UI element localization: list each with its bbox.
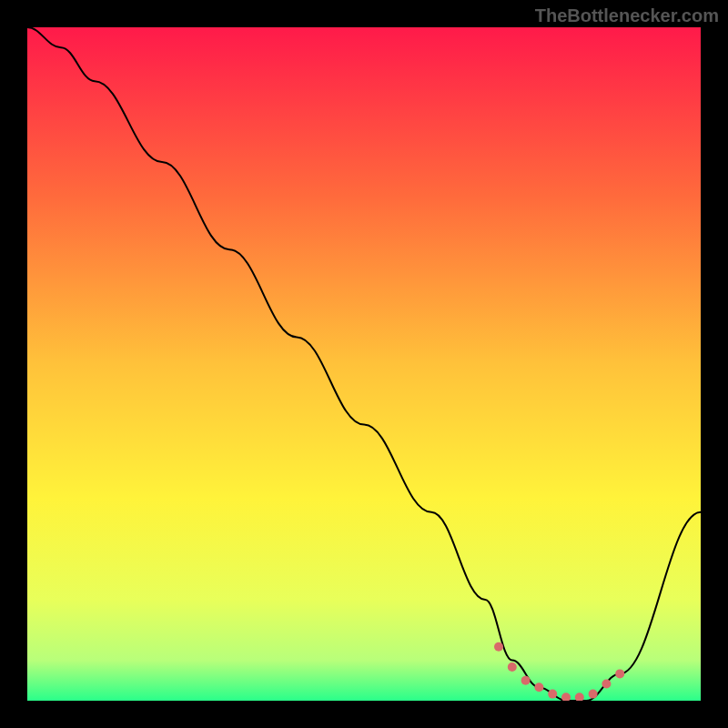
watermark-text: TheBottlenecker.com: [535, 5, 719, 26]
chart-background: [27, 27, 701, 701]
marker-point: [615, 669, 624, 678]
marker-point: [602, 680, 611, 689]
marker-point: [521, 676, 531, 685]
marker-point: [589, 690, 598, 699]
chart-svg: [27, 27, 701, 701]
marker-point: [508, 662, 517, 672]
marker-point: [548, 690, 557, 699]
marker-point: [494, 642, 503, 652]
marker-point: [534, 682, 543, 692]
chart-area: [27, 27, 701, 701]
